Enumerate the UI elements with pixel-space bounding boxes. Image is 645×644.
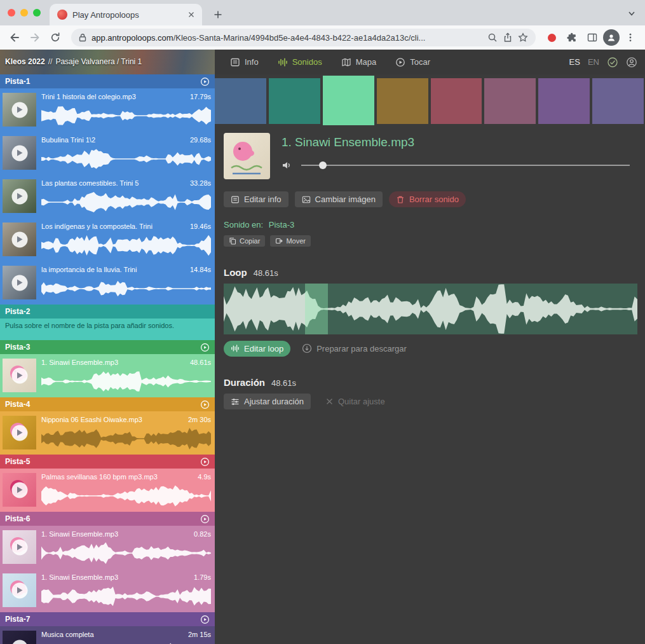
track-play-button[interactable] xyxy=(200,514,210,524)
browser-tab[interactable]: Play Antropoloops xyxy=(50,4,202,25)
track-header[interactable]: Pista-7 xyxy=(0,612,215,626)
remove-adjust-button[interactable]: Quitar ajuste xyxy=(318,394,392,409)
play-sound-button[interactable] xyxy=(11,539,27,555)
track-header[interactable]: Pista-2 xyxy=(0,305,215,319)
track-color-swatch[interactable] xyxy=(484,78,536,124)
sound-item[interactable]: 1. Sinawi Ensemble.mp348.61s xyxy=(0,354,215,397)
sound-item[interactable]: Nipponia 06 Esashi Oiwake.mp32m 30s xyxy=(0,411,215,455)
loop-waveform-box[interactable] xyxy=(224,284,637,334)
sound-thumbnail[interactable] xyxy=(3,179,36,213)
close-window-button[interactable] xyxy=(8,9,15,17)
breadcrumb[interactable]: Kleos 2022//Pasaje Valvanera / Trini 1 xyxy=(5,57,142,66)
sound-item[interactable]: Trini 1 historia del colegio.mp317.79s xyxy=(0,88,215,132)
play-sound-button[interactable] xyxy=(11,188,27,204)
nav-tab-info[interactable]: Info xyxy=(230,57,259,67)
tab-search-chevron-icon[interactable] xyxy=(627,9,636,18)
sound-thumbnail[interactable] xyxy=(3,359,36,392)
volume-slider[interactable] xyxy=(301,161,630,170)
sound-image[interactable] xyxy=(224,133,270,179)
minimize-window-button[interactable] xyxy=(20,9,28,17)
sound-thumbnail[interactable] xyxy=(3,473,36,507)
sound-thumbnail[interactable] xyxy=(3,223,36,256)
nav-tab-sonidos[interactable]: Sonidos xyxy=(278,57,322,67)
play-sound-button[interactable] xyxy=(11,231,27,247)
sound-thumbnail[interactable] xyxy=(3,266,36,299)
side-panel-icon[interactable] xyxy=(583,28,602,47)
extensions-puzzle-icon[interactable] xyxy=(562,28,581,47)
loop-selection[interactable] xyxy=(305,284,328,334)
track-header[interactable]: Pista-1 xyxy=(0,74,215,88)
address-bar[interactable]: app.antropoloops.com/Kleos-Santa-Marina/… xyxy=(71,29,536,46)
volume-knob[interactable] xyxy=(319,161,327,169)
prepare-download-button[interactable]: Preparar para descargar xyxy=(301,340,408,357)
play-sound-button[interactable] xyxy=(11,102,27,118)
play-sound-button[interactable] xyxy=(11,640,27,644)
sound-item[interactable]: Los indígenas y la compostela. Trini19.4… xyxy=(0,218,215,261)
track-play-button[interactable] xyxy=(200,457,210,467)
sound-thumbnail[interactable] xyxy=(3,93,36,127)
play-sound-button[interactable] xyxy=(11,582,27,598)
sound-thumbnail[interactable] xyxy=(3,530,36,564)
sound-item[interactable]: Palmas sevillanas 160 bpm mp3.mp34.9s xyxy=(0,469,215,512)
nav-tab-tocar[interactable]: Tocar xyxy=(395,57,430,67)
track-header[interactable]: Pista-5 xyxy=(0,455,215,469)
track-color-swatch[interactable] xyxy=(215,78,266,124)
sound-thumbnail[interactable] xyxy=(3,416,36,449)
sound-item[interactable]: 1. Sinawi Ensemble.mp31.79s xyxy=(0,569,215,612)
sound-item[interactable]: Las plantas comestibles. Trini 533.28s xyxy=(0,175,215,218)
sound-thumbnail[interactable] xyxy=(3,136,36,170)
nav-tab-mapa[interactable]: Mapa xyxy=(341,57,377,67)
forward-button[interactable] xyxy=(25,28,44,47)
url-text[interactable]: app.antropoloops.com/Kleos-Santa-Marina/… xyxy=(92,33,482,43)
tracks-sidebar[interactable]: Pista-1Trini 1 historia del colegio.mp31… xyxy=(0,74,215,644)
play-sound-button[interactable] xyxy=(11,425,27,441)
sound-thumbnail[interactable] xyxy=(3,573,36,607)
play-sound-button[interactable] xyxy=(11,367,27,383)
profile-avatar[interactable] xyxy=(603,29,620,46)
bookmark-star-icon[interactable] xyxy=(518,32,528,43)
tab-close-icon[interactable] xyxy=(186,9,197,20)
record-extension-icon[interactable] xyxy=(542,28,561,47)
track-color-swatch[interactable] xyxy=(538,78,590,124)
share-icon[interactable] xyxy=(503,32,513,43)
volume-icon[interactable] xyxy=(282,160,292,170)
play-sound-button[interactable] xyxy=(11,482,27,498)
track-header[interactable]: Pista-6 xyxy=(0,512,215,526)
adjust-duration-button[interactable]: Ajustar duración xyxy=(224,394,311,409)
account-icon[interactable] xyxy=(626,57,637,68)
track-color-swatch[interactable] xyxy=(592,78,644,124)
zoom-window-button[interactable] xyxy=(33,9,41,17)
sound-track-link[interactable]: Pista-3 xyxy=(269,220,294,230)
language-en[interactable]: EN xyxy=(588,57,599,67)
reload-button[interactable] xyxy=(46,28,65,47)
track-header[interactable]: Pista-4 xyxy=(0,397,215,411)
change-image-button[interactable]: Cambiar imágen xyxy=(295,191,383,207)
track-play-button[interactable] xyxy=(200,400,210,409)
secure-lock-icon[interactable] xyxy=(79,33,86,42)
edit-info-button[interactable]: Editar info xyxy=(224,191,289,207)
language-es[interactable]: ES xyxy=(569,57,580,67)
copy-button[interactable]: Copiar xyxy=(224,235,265,247)
delete-sound-button[interactable]: Borrar sonido xyxy=(389,191,466,207)
track-color-swatch[interactable] xyxy=(323,76,374,125)
track-play-button[interactable] xyxy=(200,615,210,624)
track-color-swatch[interactable] xyxy=(431,78,482,124)
breadcrumb-project[interactable]: Kleos 2022 xyxy=(5,57,45,66)
sound-item[interactable]: la importancia de la lluvia. Trini14.84s xyxy=(0,261,215,305)
track-play-button[interactable] xyxy=(200,77,210,86)
track-play-button[interactable] xyxy=(200,343,210,352)
edit-loop-button[interactable]: Editar loop xyxy=(224,341,290,357)
new-tab-button[interactable] xyxy=(211,8,225,22)
saved-check-icon[interactable] xyxy=(607,57,618,68)
sound-thumbnail[interactable] xyxy=(3,631,36,644)
play-sound-button[interactable] xyxy=(11,145,27,161)
zoom-icon[interactable] xyxy=(487,32,498,43)
play-sound-button[interactable] xyxy=(11,275,27,291)
sound-item[interactable]: Musica completa2m 15s xyxy=(0,626,215,644)
track-color-swatch[interactable] xyxy=(269,78,320,124)
browser-menu-icon[interactable] xyxy=(621,28,640,47)
track-header[interactable]: Pista-3 xyxy=(0,340,215,354)
move-button[interactable]: Mover xyxy=(270,235,311,247)
project-cover-image[interactable]: Kleos 2022//Pasaje Valvanera / Trini 1 xyxy=(0,50,215,74)
sound-item[interactable]: Bubulina Trini 1\229.68s xyxy=(0,132,215,175)
